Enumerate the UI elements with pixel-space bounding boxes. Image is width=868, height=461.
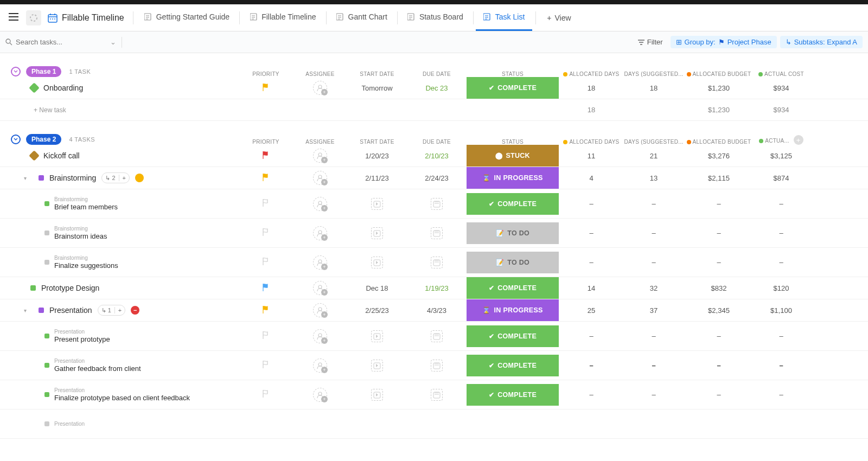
col-header-alloc_budget[interactable]: ALLOCATED BUDGET	[684, 71, 754, 77]
date-placeholder[interactable]	[431, 330, 443, 342]
col-header-assignee[interactable]: ASSIGNEE	[293, 71, 347, 77]
status-cell[interactable]: ⌛IN PROGRESS	[467, 167, 559, 189]
collapse-toggle[interactable]	[11, 135, 21, 144]
due-date-cell[interactable]	[407, 198, 467, 210]
doc-title-wrap[interactable]: Fillable Timeline	[42, 13, 130, 23]
date-placeholder[interactable]	[371, 257, 383, 268]
actual-cost-cell[interactable]: $934	[754, 84, 808, 92]
col-header-due[interactable]: DUE DATE	[407, 139, 467, 145]
col-header-actual[interactable]: ACTUAL COST	[754, 71, 808, 77]
allocated-days-cell[interactable]: –	[559, 229, 624, 237]
due-date-cell[interactable]: Dec 23	[407, 84, 467, 92]
assignee-placeholder[interactable]	[313, 388, 327, 402]
priority-cell[interactable]	[239, 257, 293, 267]
actual-cost-cell[interactable]: –	[754, 229, 808, 237]
allocated-days-cell[interactable]: 11	[559, 152, 624, 160]
status-cell[interactable]: ⬤STUCK	[467, 145, 559, 167]
priority-cell[interactable]	[239, 360, 293, 370]
assignee-placeholder[interactable]	[313, 171, 327, 185]
allocated-budget-cell[interactable]: $832	[684, 284, 754, 292]
date-placeholder[interactable]	[431, 257, 443, 268]
col-header-actual_short[interactable]: ACTUA...+	[754, 135, 808, 145]
task-row[interactable]: PresentationPresent prototype✔COMPLETE––…	[0, 322, 868, 351]
start-date-cell[interactable]	[347, 257, 407, 268]
actual-cost-cell[interactable]: –	[754, 390, 808, 399]
search-dropdown[interactable]: ⌄	[110, 38, 116, 46]
allocated-budget-cell[interactable]: $3,276	[684, 152, 754, 160]
col-header-due[interactable]: DUE DATE	[407, 71, 467, 77]
allocated-budget-cell[interactable]: –	[684, 200, 754, 208]
allocated-days-cell[interactable]: –	[559, 200, 624, 208]
status-cell[interactable]: ✔COMPLETE	[467, 355, 559, 376]
assignee-cell[interactable]	[293, 255, 347, 270]
col-header-sugg_days[interactable]: DAYS (SUGGESTED...	[624, 139, 684, 145]
task-row[interactable]: BrainstormingBrainstorm ideas📝TO DO––––	[0, 219, 868, 248]
blocker-badge[interactable]	[135, 174, 144, 182]
col-header-alloc_budget[interactable]: ALLOCATED BUDGET	[684, 139, 754, 145]
task-row[interactable]: PresentationFinalize prototype based on …	[0, 380, 868, 409]
suggested-days-cell[interactable]: 32	[624, 284, 684, 292]
subtasks-button[interactable]: ↳ Subtasks: Expand A	[780, 36, 863, 48]
task-row[interactable]: Kickoff call1/20/232/10/23⬤STUCK1121$3,2…	[0, 145, 868, 167]
priority-cell[interactable]	[239, 173, 293, 183]
allocated-budget-cell[interactable]: $1,230	[684, 84, 754, 92]
assignee-placeholder[interactable]	[313, 358, 327, 373]
assignee-cell[interactable]	[293, 329, 347, 343]
assignee-placeholder[interactable]	[313, 197, 327, 211]
actual-cost-cell[interactable]: $3,125	[754, 152, 808, 160]
group-by-button[interactable]: ⊞ Group by: ⚑ Project Phase	[671, 36, 777, 48]
assignee-cell[interactable]	[293, 171, 347, 185]
blocker-badge[interactable]: −	[131, 306, 139, 315]
actual-cost-cell[interactable]: –	[754, 361, 808, 369]
allocated-days-cell[interactable]: 25	[559, 306, 624, 315]
assignee-cell[interactable]	[293, 197, 347, 211]
status-cell[interactable]: ✔COMPLETE	[467, 325, 559, 347]
col-header-alloc_days[interactable]: ALLOCATED DAYS	[559, 71, 624, 77]
due-date-cell[interactable]: 2/10/23	[407, 152, 467, 160]
actual-cost-cell[interactable]: $1,100	[754, 306, 808, 315]
priority-cell[interactable]	[239, 305, 293, 316]
actual-cost-cell[interactable]: $120	[754, 284, 808, 292]
due-date-cell[interactable]	[407, 227, 467, 239]
date-placeholder[interactable]	[371, 227, 383, 239]
assignee-cell[interactable]	[293, 281, 347, 295]
assignee-cell[interactable]	[293, 303, 347, 317]
col-header-priority[interactable]: PRIORITY	[239, 71, 293, 77]
start-date-cell[interactable]: 2/11/23	[347, 174, 407, 182]
tab-fillable-timeline[interactable]: Fillable Timeline	[242, 5, 323, 31]
date-placeholder[interactable]	[431, 198, 443, 210]
actual-cost-cell[interactable]: –	[754, 258, 808, 266]
date-placeholder[interactable]	[431, 389, 443, 401]
assignee-cell[interactable]	[293, 226, 347, 240]
col-header-status[interactable]: STATUS	[467, 139, 559, 145]
assignee-placeholder[interactable]	[313, 281, 327, 295]
start-date-cell[interactable]	[347, 360, 407, 372]
collapse-toggle[interactable]	[11, 67, 21, 76]
status-cell[interactable]: ⌛IN PROGRESS	[467, 299, 559, 321]
status-cell[interactable]: 📝TO DO	[467, 222, 559, 244]
due-date-cell[interactable]	[407, 257, 467, 268]
col-header-sugg_days[interactable]: DAYS (SUGGESTED...	[624, 71, 684, 77]
task-row[interactable]: BrainstormingFinalize suggestions📝TO DO–…	[0, 248, 868, 277]
allocated-budget-cell[interactable]: –	[684, 390, 754, 399]
expand-caret[interactable]: ▾	[24, 308, 27, 313]
search-input[interactable]	[16, 38, 103, 46]
task-row[interactable]: Presentation	[0, 409, 868, 439]
assignee-placeholder[interactable]	[313, 329, 327, 343]
task-row[interactable]: Prototype DesignDec 181/19/23✔COMPLETE14…	[0, 277, 868, 299]
due-date-cell[interactable]	[407, 330, 467, 342]
col-header-status[interactable]: STATUS	[467, 71, 559, 77]
priority-cell[interactable]	[239, 389, 293, 400]
status-cell[interactable]: ✔COMPLETE	[467, 384, 559, 406]
allocated-budget-cell[interactable]: –	[684, 258, 754, 266]
suggested-days-cell[interactable]: –	[624, 258, 684, 266]
actual-cost-cell[interactable]: –	[754, 200, 808, 208]
priority-cell[interactable]	[239, 199, 293, 209]
status-cell[interactable]: ✔COMPLETE	[467, 77, 559, 99]
task-row[interactable]: PresentationGather feedback from client✔…	[0, 351, 868, 380]
expand-caret[interactable]: ▾	[24, 175, 27, 181]
start-date-cell[interactable]: Dec 18	[347, 284, 407, 292]
actual-cost-cell[interactable]: $874	[754, 174, 808, 182]
start-date-cell[interactable]	[347, 389, 407, 401]
col-header-alloc_days[interactable]: ALLOCATED DAYS	[559, 139, 624, 145]
